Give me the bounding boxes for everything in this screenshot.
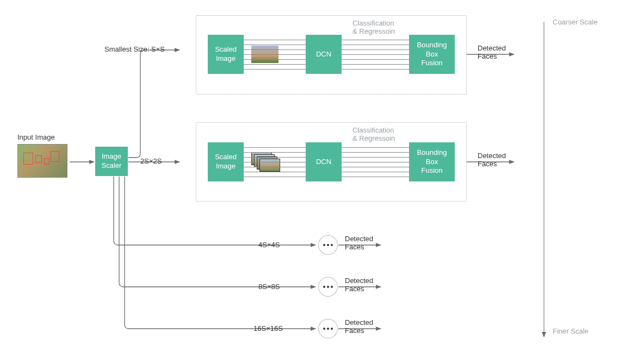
- scaled-image-box-1: Scaled Image: [208, 35, 244, 74]
- ellipsis-circle-5: [318, 319, 338, 338]
- detected-faces-1: Detected Faces: [478, 44, 506, 60]
- fan-line: [244, 157, 306, 158]
- size-label-3: 4S×4S: [258, 241, 280, 249]
- fan-line: [342, 64, 409, 65]
- fan-line: [342, 59, 409, 60]
- fan-line: [244, 167, 306, 167]
- class-reg-label-1: Classification & Regressoin: [352, 19, 395, 35]
- ellipsis-circle-3: [318, 235, 338, 255]
- fan-line: [244, 40, 306, 40]
- fan-line: [244, 177, 306, 177]
- bbox-fusion-box-2: Bounding Box Fusion: [409, 142, 455, 181]
- ellipsis-circle-4: [318, 277, 338, 297]
- fan-line: [342, 45, 409, 45]
- fan-line: [342, 69, 409, 70]
- image-scaler-box: Image Scaler: [95, 147, 128, 176]
- fan-line: [244, 49, 306, 50]
- size-label-4: 8S×8S: [258, 283, 280, 291]
- size-label-2: 2S×2S: [140, 157, 162, 165]
- fan-line: [342, 49, 409, 50]
- fan-line: [342, 177, 409, 177]
- size-label-1: Smallest Size: S×S: [104, 45, 165, 53]
- detected-faces-3: Detected Faces: [345, 235, 373, 251]
- fan-line: [244, 54, 306, 55]
- fan-line: [342, 172, 409, 172]
- fan-line: [342, 152, 409, 153]
- fan-line: [342, 40, 409, 40]
- fan-line: [244, 152, 306, 153]
- input-image-thumb: [17, 144, 67, 178]
- dcn-box-1: DCN: [306, 35, 342, 74]
- fan-line: [244, 172, 306, 172]
- bbox-fusion-box-1: Bounding Box Fusion: [409, 35, 455, 74]
- stacked-thumb-2: [251, 152, 276, 168]
- fan-line: [244, 45, 306, 45]
- fan-line: [244, 59, 306, 60]
- fan-line: [342, 157, 409, 158]
- detected-faces-4: Detected Faces: [345, 277, 373, 293]
- fan-line: [244, 147, 306, 148]
- detected-faces-2: Detected Faces: [478, 152, 506, 168]
- diagram-canvas: Input Image Image Scaler Smallest Size: …: [0, 0, 631, 364]
- fan-line: [244, 69, 306, 70]
- coarser-scale-label: Coarser Scale: [553, 18, 597, 26]
- fan-line: [244, 162, 306, 162]
- fan-line: [342, 162, 409, 162]
- scaled-image-box-2: Scaled Image: [208, 142, 244, 181]
- fan-line: [342, 167, 409, 167]
- dcn-box-2: DCN: [306, 142, 342, 181]
- finer-scale-label: Finer Scale: [553, 327, 589, 335]
- fan-line: [244, 64, 306, 65]
- fan-line: [342, 54, 409, 55]
- fan-line: [342, 147, 409, 148]
- size-label-5: 16S×16S: [253, 324, 283, 332]
- class-reg-label-2: Classification & Regressoin: [352, 126, 395, 142]
- detected-faces-5: Detected Faces: [345, 318, 373, 335]
- input-image-label: Input Image: [17, 133, 55, 141]
